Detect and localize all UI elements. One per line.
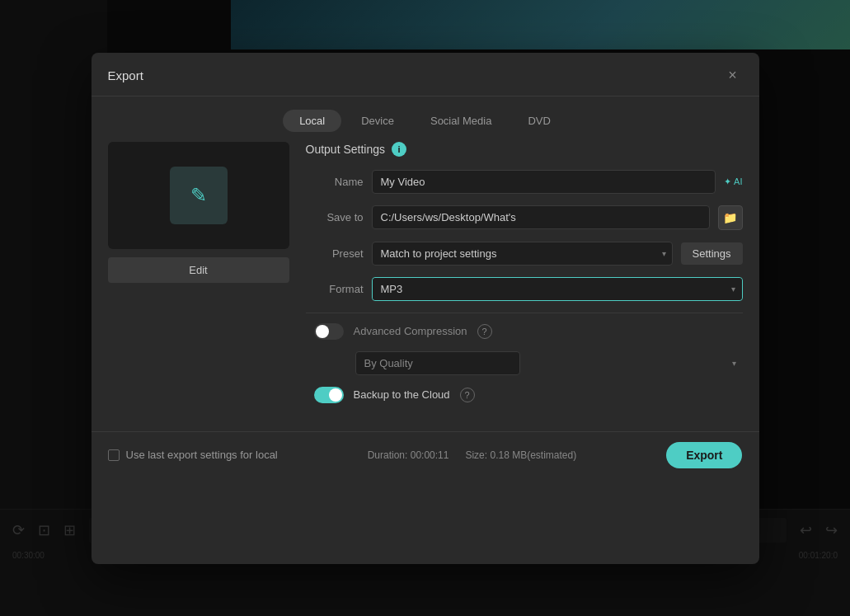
checkbox-label: Use last export settings for local [126, 449, 278, 461]
preview-panel: ✎ Edit [108, 142, 289, 415]
tab-local[interactable]: Local [283, 110, 341, 132]
edit-button[interactable]: Edit [108, 257, 289, 283]
dialog-tabs: Local Device Social Media DVD [92, 96, 759, 142]
backup-cloud-toggle[interactable] [314, 387, 344, 403]
size-label: Size: [465, 449, 487, 461]
preview-thumbnail: ✎ [108, 142, 289, 249]
tab-device[interactable]: Device [345, 110, 411, 132]
size-info: Size: 0.18 MB(estimated) [465, 449, 576, 461]
backup-cloud-label: Backup to the Cloud [354, 388, 450, 401]
backup-cloud-row: Backup to the Cloud ? [306, 387, 743, 403]
last-export-settings-checkbox[interactable]: Use last export settings for local [108, 449, 278, 461]
duration-value: 00:00:11 [411, 449, 449, 461]
settings-button[interactable]: Settings [681, 242, 743, 265]
name-input[interactable] [372, 170, 716, 194]
export-button[interactable]: Export [666, 442, 742, 468]
settings-panel: Output Settings i Name ✦ AI Save to [306, 142, 743, 415]
format-select-wrapper: MP3 MP4 MOV ▾ [372, 277, 743, 301]
checkbox-input[interactable] [108, 449, 120, 461]
dialog-footer: Use last export settings for local Durat… [92, 431, 759, 482]
separator-1 [306, 313, 743, 313]
advanced-compression-row: Advanced Compression ? [306, 323, 743, 340]
format-select[interactable]: MP3 MP4 MOV [373, 278, 742, 300]
preset-label: Preset [306, 247, 364, 260]
thumbnail-inner: ✎ [170, 167, 228, 224]
preset-select-wrapper: Match to project settings ▾ [372, 242, 673, 266]
tab-social-media[interactable]: Social Media [414, 110, 508, 132]
modal-backdrop: Export × Local Device Social Media DVD ✎… [0, 0, 850, 616]
quality-chevron-icon: ▾ [732, 359, 736, 368]
advanced-compression-toggle[interactable] [314, 323, 344, 340]
dialog-header: Export × [92, 53, 759, 96]
size-value: 0.18 MB(estimated) [490, 449, 576, 461]
dialog-body: ✎ Edit Output Settings i Name ✦ [92, 142, 759, 431]
preset-select[interactable]: Match to project settings [372, 242, 673, 266]
format-label: Format [306, 283, 364, 295]
ai-star-icon: ✦ [724, 176, 731, 187]
name-label: Name [306, 176, 364, 188]
duration-label: Duration: [368, 449, 408, 461]
export-dialog: Export × Local Device Social Media DVD ✎… [92, 53, 759, 564]
backup-cloud-help-icon[interactable]: ? [460, 388, 475, 402]
quality-select-wrapper: By Quality By Bitrate ▾ [355, 351, 743, 375]
duration-info: Duration: 00:00:11 [368, 449, 449, 461]
section-title: Output Settings [306, 143, 386, 156]
format-row: Format MP3 MP4 MOV ▾ [306, 277, 743, 301]
dialog-title: Export [108, 68, 143, 82]
tab-dvd[interactable]: DVD [511, 110, 566, 132]
quality-select[interactable]: By Quality By Bitrate [355, 351, 520, 375]
footer-center: Duration: 00:00:11 Size: 0.18 MB(estimat… [368, 449, 577, 461]
close-button[interactable]: × [723, 66, 743, 86]
folder-icon: 📁 [723, 211, 737, 224]
name-row: Name ✦ AI [306, 170, 743, 194]
preset-row: Preset Match to project settings ▾ Setti… [306, 242, 743, 266]
save-to-label: Save to [306, 211, 364, 223]
folder-browse-button[interactable]: 📁 [718, 205, 743, 230]
footer-left: Use last export settings for local [108, 449, 278, 461]
section-header: Output Settings i [306, 142, 743, 157]
save-to-row: Save to 📁 [306, 205, 743, 230]
ai-label: AI [734, 176, 742, 186]
save-to-input[interactable] [372, 205, 710, 229]
advanced-compression-label: Advanced Compression [354, 325, 467, 337]
output-settings-help-icon[interactable]: i [392, 142, 406, 157]
pencil-icon: ✎ [190, 184, 207, 207]
advanced-compression-help-icon[interactable]: ? [477, 324, 492, 339]
ai-button[interactable]: ✦ AI [724, 176, 742, 187]
